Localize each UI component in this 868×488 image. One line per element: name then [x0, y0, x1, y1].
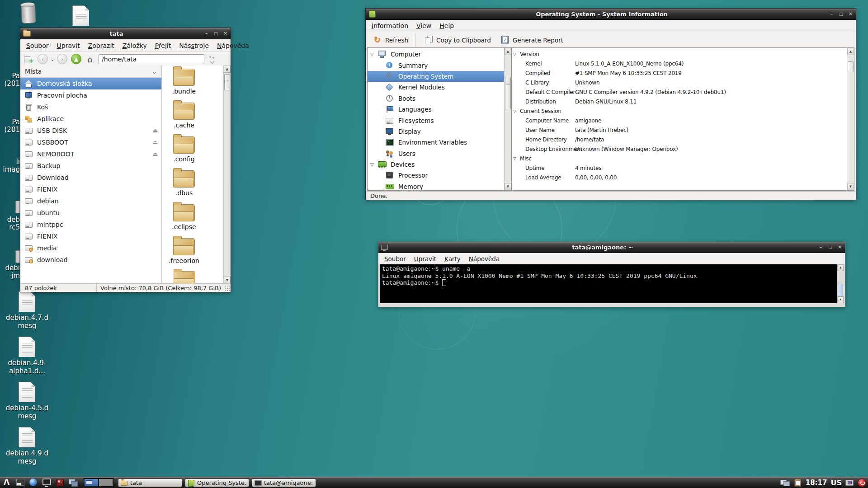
scroll-down-icon[interactable]: ▼: [837, 296, 844, 303]
close-icon[interactable]: [837, 244, 843, 250]
tree-item[interactable]: Devices: [368, 159, 511, 170]
place-item[interactable]: Pracovní plocha: [20, 89, 161, 101]
place-item[interactable]: USB DISK: [20, 125, 161, 136]
clock[interactable]: 18:17: [806, 479, 827, 487]
detail-row[interactable]: C Library Unknown: [512, 78, 854, 87]
tree-item[interactable]: Operating System: [368, 71, 511, 82]
detail-row[interactable]: User Name tata (Martin Hrebec): [512, 125, 854, 135]
document-desktop-icon[interactable]: debian.4.9-alpha1.d...: [4, 337, 51, 382]
new-tab-icon[interactable]: [24, 55, 34, 63]
place-item[interactable]: download: [20, 254, 161, 266]
document-desktop-icon[interactable]: debian-4.5.dmesg: [4, 382, 51, 427]
menu-item[interactable]: Karty: [440, 255, 465, 263]
place-item[interactable]: Download: [20, 172, 161, 183]
detail-row[interactable]: Misc: [512, 154, 854, 163]
minimize-icon[interactable]: [203, 31, 209, 37]
task-button[interactable]: tata@amigaone: ~: [252, 479, 316, 487]
folder-item[interactable]: .cache: [161, 103, 207, 129]
eject-icon[interactable]: [151, 127, 158, 134]
place-item[interactable]: ubuntu: [20, 207, 161, 219]
browser-icon[interactable]: [29, 478, 39, 487]
detail-row[interactable]: Uptime 4 minutes: [512, 163, 854, 173]
scroll-down-icon[interactable]: ▼: [505, 183, 511, 190]
logo-icon[interactable]: [3, 478, 13, 487]
maximize-icon[interactable]: [827, 244, 833, 250]
history-dropdown-icon[interactable]: ⌄: [50, 56, 55, 62]
show-desktop-icon[interactable]: [16, 478, 26, 487]
place-item[interactable]: NEMOBOOT: [20, 148, 161, 160]
terminal-screen[interactable]: tata@amigaone:~$ uname -a Linux amigaone…: [380, 264, 844, 303]
tree-item[interactable]: Environment Variables: [368, 137, 511, 148]
menu-item[interactable]: Nápověda: [213, 42, 253, 49]
power-icon[interactable]: [858, 479, 866, 487]
scrollbar-thumb[interactable]: [838, 284, 843, 296]
document-desktop-icon[interactable]: debian.4.9.dmesg: [4, 427, 51, 472]
path-tools-icon[interactable]: [208, 55, 216, 64]
close-icon[interactable]: [222, 31, 228, 37]
minimize-icon[interactable]: [829, 11, 835, 17]
menu-item[interactable]: Zobrazit: [84, 42, 118, 49]
home-icon[interactable]: ⌂: [85, 54, 95, 64]
detail-row[interactable]: Version: [512, 49, 854, 59]
detail-row[interactable]: Computer Name amigaone: [512, 116, 854, 125]
expander-icon[interactable]: [513, 109, 519, 113]
resize-grip[interactable]: [225, 286, 230, 291]
place-item[interactable]: USBBOOT: [20, 136, 161, 148]
folder-item[interactable]: .bundle: [161, 69, 207, 95]
package-icon[interactable]: [55, 478, 65, 487]
place-item[interactable]: mintppc: [20, 219, 161, 230]
tree-item[interactable]: Kernel Modules: [368, 82, 511, 93]
toolbar-button[interactable]: Copy to Clipboard: [420, 33, 496, 47]
scroll-up-icon[interactable]: ▲: [505, 48, 511, 55]
keyboard-layout[interactable]: US: [830, 479, 842, 487]
tree-item[interactable]: Summary: [368, 60, 511, 70]
tree-item[interactable]: Languages: [368, 104, 511, 115]
scroll-up-icon[interactable]: ▲: [224, 66, 231, 73]
minimize-icon[interactable]: [818, 244, 824, 250]
menu-item[interactable]: Nápověda: [465, 255, 504, 263]
tree-item[interactable]: Filesystems: [368, 115, 511, 126]
desktop-icon-label[interactable]: deb rc5: [0, 216, 20, 231]
eject-icon[interactable]: [151, 151, 158, 157]
terminal-scrollbar[interactable]: ▲ ▼: [837, 264, 844, 303]
detail-row[interactable]: Load Average 0,00, 0,00, 0,00: [512, 173, 854, 182]
desktop-icon-label[interactable]: debi -jm: [0, 264, 20, 280]
forward-icon[interactable]: ›: [57, 54, 67, 64]
fm-titlebar[interactable]: tata: [20, 28, 231, 39]
toolbar-button[interactable]: Generate Report: [496, 33, 568, 47]
chevron-down-icon[interactable]: ⌄: [152, 68, 157, 75]
close-icon[interactable]: [848, 11, 854, 17]
menu-item[interactable]: Help: [435, 22, 458, 29]
eject-icon[interactable]: [151, 139, 158, 145]
scroll-up-icon[interactable]: ▲: [837, 264, 844, 271]
detail-row[interactable]: Distribution Debian GNU/Linux 8.11: [512, 97, 854, 106]
expander-icon[interactable]: [370, 162, 378, 167]
menu-item[interactable]: View: [412, 22, 435, 29]
menu-item[interactable]: Soubor: [22, 42, 53, 49]
menu-item[interactable]: Upravit: [410, 255, 440, 263]
clipboard-icon[interactable]: [794, 479, 802, 487]
terminal-titlebar[interactable]: tata@amigaone: ~: [378, 242, 845, 253]
detail-row[interactable]: Home Directory /home/tata: [512, 135, 854, 144]
maximize-icon[interactable]: [838, 11, 844, 17]
desktop-icon-label[interactable]: li imag: [0, 158, 20, 174]
place-item[interactable]: debian: [20, 195, 161, 207]
desktop-icon-label[interactable]: Pa (201: [0, 118, 20, 134]
menu-item[interactable]: Soubor: [380, 255, 410, 263]
windows-icon[interactable]: [68, 478, 78, 487]
tree-item[interactable]: Processor: [368, 170, 511, 181]
task-button[interactable]: Operating Syste...: [185, 479, 249, 487]
folder-item[interactable]: .eclipse: [161, 204, 207, 230]
expander-icon[interactable]: [370, 52, 378, 57]
tree-item[interactable]: Computer: [368, 49, 511, 60]
place-item[interactable]: Aplikace: [20, 113, 161, 125]
workspace-2[interactable]: [99, 479, 113, 486]
menu-item[interactable]: Násstroje: [175, 42, 213, 49]
tree-scrollbar[interactable]: ▲ ▼: [504, 48, 511, 190]
lock-icon[interactable]: [845, 479, 854, 487]
place-item[interactable]: FIENIX: [20, 230, 161, 242]
scroll-down-icon[interactable]: ▼: [224, 277, 231, 284]
document-desktop-icon[interactable]: debian.4.7.dmesg: [4, 291, 51, 337]
folder-icon[interactable]: [174, 271, 195, 284]
tree-item[interactable]: Users: [368, 148, 511, 159]
